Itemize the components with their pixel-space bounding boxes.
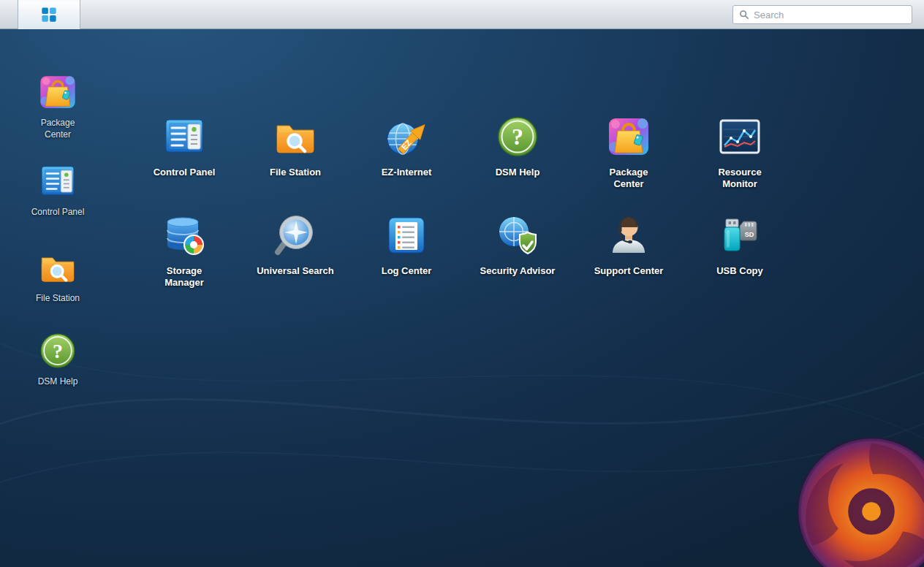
search-icon: [739, 9, 749, 20]
package-center-icon: [605, 113, 652, 160]
app-support-center[interactable]: Support Center: [573, 208, 684, 307]
app-label: Universal Search: [257, 265, 334, 277]
desktop-shortcut-package-center[interactable]: Package Center: [29, 72, 87, 140]
app-universal-search[interactable]: Universal Search: [240, 208, 351, 307]
search-box[interactable]: [732, 5, 912, 24]
ez-internet-icon: [383, 113, 430, 160]
app-label: Support Center: [594, 265, 664, 277]
support-center-icon: [605, 212, 652, 259]
main-menu-tab[interactable]: [18, 0, 80, 29]
app-label: File Station: [270, 167, 321, 178]
synology-logo: [794, 434, 924, 567]
file-station-icon: [37, 247, 78, 288]
app-security-advisor[interactable]: Security Advisor: [462, 208, 573, 307]
security-advisor-icon: [494, 212, 541, 259]
app-resource-monitor[interactable]: Resource Monitor: [684, 110, 795, 208]
app-label: Storage Manager: [157, 265, 211, 289]
dsm-help-icon: [494, 113, 541, 160]
usb-copy-icon: [716, 212, 763, 259]
search-input[interactable]: [754, 9, 906, 20]
control-panel-icon: [37, 161, 78, 202]
app-label: Security Advisor: [480, 265, 556, 277]
desktop-shortcut-control-panel[interactable]: Control Panel: [29, 161, 87, 218]
log-center-icon: [383, 212, 430, 259]
desktop-shortcut-label: DSM Help: [38, 376, 78, 388]
app-label: DSM Help: [496, 167, 540, 178]
desktop: Package Center Control Panel File Statio…: [0, 29, 924, 567]
app-control-panel[interactable]: Control Panel: [129, 110, 240, 208]
app-dsm-help[interactable]: DSM Help: [462, 110, 573, 208]
storage-manager-icon: [161, 212, 208, 259]
file-station-icon: [272, 113, 319, 160]
control-panel-icon: [161, 113, 208, 160]
app-label: Package Center: [602, 167, 656, 191]
top-bar: [0, 0, 924, 29]
app-grid: Control Panel File Station EZ-Internet D…: [129, 110, 795, 307]
app-ez-internet[interactable]: EZ-Internet: [351, 110, 462, 208]
universal-search-icon: [272, 212, 319, 259]
desktop-shortcut-label: Control Panel: [31, 207, 85, 218]
app-label: Log Center: [382, 265, 432, 277]
desktop-shortcut-label: Package Center: [29, 118, 87, 140]
app-label: Resource Monitor: [713, 167, 767, 191]
desktop-shortcut-label: File Station: [36, 293, 80, 305]
app-usb-copy[interactable]: USB Copy: [684, 208, 795, 307]
resource-monitor-icon: [716, 113, 763, 160]
app-label: USB Copy: [716, 265, 763, 277]
app-file-station[interactable]: File Station: [240, 110, 351, 208]
app-package-center[interactable]: Package Center: [573, 110, 684, 208]
main-menu-icon: [41, 7, 57, 23]
package-center-icon: [37, 72, 78, 113]
desktop-shortcut-dsm-help[interactable]: DSM Help: [29, 330, 87, 388]
app-log-center[interactable]: Log Center: [351, 208, 462, 307]
app-label: EZ-Internet: [382, 167, 432, 178]
desktop-shortcut-file-station[interactable]: File Station: [29, 247, 87, 305]
app-storage-manager[interactable]: Storage Manager: [129, 208, 240, 307]
dsm-help-icon: [37, 330, 78, 371]
app-label: Control Panel: [154, 167, 216, 178]
